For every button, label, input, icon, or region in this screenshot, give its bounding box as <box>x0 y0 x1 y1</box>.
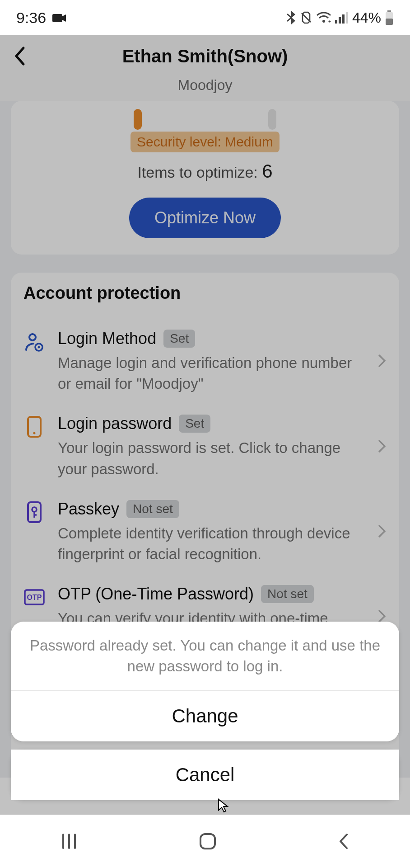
battery-percent: 44% <box>352 9 381 26</box>
status-bar: 9:36 + 44% <box>0 0 410 35</box>
svg-rect-0 <box>52 14 62 22</box>
status-badge: Not set <box>261 585 314 603</box>
status-badge: Set <box>163 330 195 348</box>
sheet-message: Password already set. You can change it … <box>11 622 399 691</box>
svg-point-10 <box>29 334 36 340</box>
phone-lock-icon <box>23 416 45 438</box>
row-title: Passkey <box>58 500 119 519</box>
row-title: Login Method <box>58 329 156 348</box>
svg-point-1 <box>322 20 325 23</box>
cursor-icon <box>217 798 231 813</box>
status-badge: Not set <box>126 500 179 518</box>
svg-point-16 <box>32 507 37 512</box>
back-nav-button[interactable] <box>337 832 350 851</box>
row-description: Your login password is set. Click to cha… <box>58 438 361 479</box>
system-nav-bar <box>0 815 410 868</box>
svg-rect-9 <box>386 19 393 25</box>
back-button[interactable] <box>9 45 31 67</box>
camera-indicator-icon <box>52 9 66 27</box>
row-title: Login password <box>58 414 172 433</box>
section-title: Account protection <box>23 283 387 303</box>
chevron-right-icon <box>377 439 387 455</box>
battery-icon <box>385 10 394 25</box>
cancel-button[interactable]: Cancel <box>11 750 399 800</box>
otp-icon: OTP <box>23 586 45 608</box>
svg-rect-5 <box>342 14 345 24</box>
recents-button[interactable] <box>60 832 79 851</box>
passkey-icon <box>23 501 45 523</box>
row-login-password[interactable]: Login password Set Your login password i… <box>23 404 387 489</box>
row-passkey[interactable]: Passkey Not set Complete identity verifi… <box>23 490 387 575</box>
gauge-tick-icon <box>268 109 276 130</box>
app-header: Ethan Smith(Snow) <box>0 35 410 77</box>
items-to-optimize: Items to optimize: 6 <box>23 160 387 182</box>
svg-text:+: + <box>328 19 331 24</box>
items-label: Items to optimize: <box>137 164 262 181</box>
svg-rect-19 <box>200 834 215 849</box>
page-subtitle: Moodjoy <box>0 77 410 101</box>
chevron-right-icon <box>377 354 387 370</box>
optimize-now-button[interactable]: Optimize Now <box>129 198 281 238</box>
svg-rect-7 <box>387 10 391 12</box>
action-sheet: Password already set. You can change it … <box>11 622 399 800</box>
row-login-method[interactable]: Login Method Set Manage login and verifi… <box>23 319 387 404</box>
gauge-tick-icon <box>134 109 142 130</box>
home-button[interactable] <box>198 831 218 851</box>
security-summary-card: Security level: Medium Items to optimize… <box>11 101 399 255</box>
status-left: 9:36 <box>16 9 66 27</box>
security-level-badge: Security level: Medium <box>130 132 280 152</box>
security-gauge <box>23 112 387 130</box>
row-description: Manage login and verification phone numb… <box>58 353 361 394</box>
status-right: + 44% <box>286 9 394 26</box>
row-description: Complete identity verification through d… <box>58 523 361 565</box>
wifi-icon: + <box>316 12 331 24</box>
change-button[interactable]: Change <box>11 691 399 741</box>
svg-rect-4 <box>339 17 341 24</box>
row-title: OTP (One-Time Password) <box>58 585 254 604</box>
status-badge: Set <box>179 415 210 433</box>
svg-point-14 <box>33 432 36 434</box>
bluetooth-icon <box>286 11 296 24</box>
items-count: 6 <box>262 160 272 182</box>
svg-point-12 <box>38 346 40 349</box>
chevron-right-icon <box>377 524 387 540</box>
svg-text:OTP: OTP <box>27 594 42 601</box>
clock: 9:36 <box>16 9 46 27</box>
svg-rect-3 <box>335 20 337 24</box>
chevron-left-icon <box>14 46 26 66</box>
person-gear-icon <box>23 331 45 353</box>
vibrate-icon <box>300 11 312 24</box>
signal-icon <box>335 12 349 24</box>
page-title: Ethan Smith(Snow) <box>122 46 288 66</box>
svg-rect-6 <box>346 12 348 24</box>
